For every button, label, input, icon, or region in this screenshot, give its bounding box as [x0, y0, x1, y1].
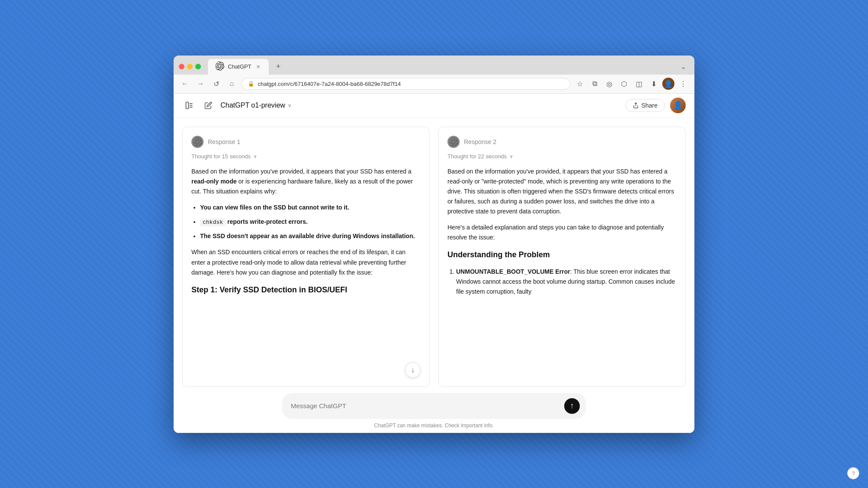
share-button[interactable]: Share [625, 99, 665, 112]
header-right: Share 👤 [625, 98, 686, 113]
user-avatar[interactable]: 👤 [670, 98, 686, 113]
close-window-button[interactable] [179, 64, 184, 69]
browser-icon3[interactable]: ⬡ [618, 78, 630, 90]
new-tab-button[interactable]: + [272, 61, 284, 73]
message-input-wrapper: ↑ [282, 393, 586, 419]
app-content: ChatGPT o1-preview ∨ Share 👤 [174, 94, 694, 433]
response2-header: Response 2 [447, 136, 677, 148]
app-header: ChatGPT o1-preview ∨ Share 👤 [174, 94, 694, 118]
response1-step-heading: Step 1: Verify SSD Detection in BIOS/UEF… [191, 284, 421, 297]
response2-para2: Here's a detailed explanation and steps … [447, 223, 677, 242]
response1-thought-toggle[interactable]: Thought for 15 seconds ∨ [191, 153, 421, 160]
back-button[interactable]: ← [179, 78, 191, 90]
disclaimer-text: ChatGPT can make mistakes. Check importa… [374, 422, 494, 429]
sidebar-toggle-button[interactable] [182, 98, 196, 112]
response2-thought-chevron-icon: ∨ [510, 154, 513, 159]
response1-bullet1: You can view files on the SSD but cannot… [200, 203, 421, 213]
maximize-window-button[interactable] [195, 64, 201, 69]
response-panel-1: Response 1 Thought for 15 seconds ∨ Base… [182, 127, 430, 387]
response2-list-item1-bold: UNMOUNTABLE_BOOT_VOLUME Error [456, 268, 570, 275]
response2-label: Response 2 [464, 138, 496, 145]
response1-thought-chevron-icon: ∨ [253, 154, 257, 159]
svg-rect-0 [186, 102, 189, 109]
send-icon: ↑ [570, 401, 574, 410]
response-panel-2: Response 2 Thought for 22 seconds ∨ Base… [438, 127, 686, 387]
browser-user-avatar[interactable]: 👤 [662, 78, 674, 90]
response1-chatgpt-icon [191, 136, 204, 148]
browser-toolbar: ← → ↺ ⌂ 🔒 chatgpt.com/c/6716407e-7a24-80… [174, 75, 694, 94]
download-icon[interactable]: ⬇ [648, 78, 660, 90]
response2-list: UNMOUNTABLE_BOOT_VOLUME Error: This blue… [456, 267, 677, 297]
response2-thought-toggle[interactable]: Thought for 22 seconds ∨ [447, 153, 677, 160]
response2-thought-text: Thought for 22 seconds [447, 153, 507, 160]
response1-thought-text: Thought for 15 seconds [191, 153, 251, 160]
header-left: ChatGPT o1-preview ∨ [182, 98, 292, 112]
response2-list-item1: UNMOUNTABLE_BOOT_VOLUME Error: This blue… [456, 267, 677, 297]
traffic-lights [179, 64, 201, 69]
response1-para1: Based on the information you've provided… [191, 167, 421, 197]
chkdsk-code: chkdsk [200, 218, 226, 226]
tab-close-button[interactable]: ✕ [255, 63, 262, 70]
response2-heading: Understanding the Problem [447, 249, 677, 262]
home-button[interactable]: ⌂ [226, 78, 238, 90]
response1-header: Response 1 [191, 136, 421, 148]
url-text: chatgpt.com/c/6716407e-7a24-8004-ba68-68… [258, 81, 401, 87]
address-bar[interactable]: 🔒 chatgpt.com/c/6716407e-7a24-8004-ba68-… [241, 78, 570, 90]
response1-scroll-down-button[interactable]: ↓ [405, 362, 421, 378]
response1-body: Based on the information you've provided… [191, 167, 421, 378]
edit-button[interactable] [201, 98, 215, 112]
send-button[interactable]: ↑ [564, 398, 580, 414]
responses-area: Response 1 Thought for 15 seconds ∨ Base… [174, 118, 694, 387]
response2-chatgpt-icon [447, 136, 460, 148]
browser-tab[interactable]: ChatGPT ✕ [208, 59, 269, 75]
title-chevron-icon[interactable]: ∨ [288, 102, 292, 108]
response2-para1: Based on the information you've provided… [447, 167, 677, 216]
forward-button[interactable]: → [194, 78, 207, 90]
main-content: Response 1 Thought for 15 seconds ∨ Base… [174, 118, 694, 433]
lock-icon: 🔒 [248, 81, 254, 87]
response2-body: Based on the information you've provided… [447, 167, 677, 378]
response1-bullet3: The SSD doesn't appear as an available d… [200, 231, 421, 241]
response1-label: Response 1 [208, 138, 240, 145]
response1-bullet-list: You can view files on the SSD but cannot… [200, 203, 421, 242]
response1-para2: When an SSD encounters critical errors o… [191, 247, 421, 277]
response1-bold1: read-only mode [191, 178, 237, 185]
bookmark-icon[interactable]: ☆ [574, 78, 586, 90]
toolbar-icons: ☆ ⧉ ◎ ⬡ ◫ ⬇ 👤 ⋮ [574, 78, 689, 90]
minimize-window-button[interactable] [187, 64, 193, 69]
refresh-button[interactable]: ↺ [210, 78, 222, 90]
help-button[interactable]: ? [847, 467, 859, 479]
browser-more-button[interactable]: ⋮ [677, 78, 689, 90]
tab-bar: ChatGPT ✕ + ⌄ [174, 56, 694, 75]
tab-menu-button[interactable]: ⌄ [677, 61, 689, 73]
extensions-icon[interactable]: ⧉ [589, 78, 601, 90]
tab-title: ChatGPT [228, 63, 251, 70]
app-title: ChatGPT o1-preview ∨ [220, 102, 292, 109]
browser-icon2[interactable]: ◎ [603, 78, 615, 90]
browser-icon4[interactable]: ◫ [633, 78, 645, 90]
response1-bullet2: chkdsk reports write-protect errors. [200, 217, 421, 227]
browser-window: ChatGPT ✕ + ⌄ ← → ↺ ⌂ 🔒 chatgpt.com/c/67… [174, 56, 694, 433]
message-input[interactable] [291, 402, 560, 409]
chatgpt-tab-icon [215, 61, 224, 72]
input-area: ↑ ChatGPT can make mistakes. Check impor… [174, 387, 694, 433]
